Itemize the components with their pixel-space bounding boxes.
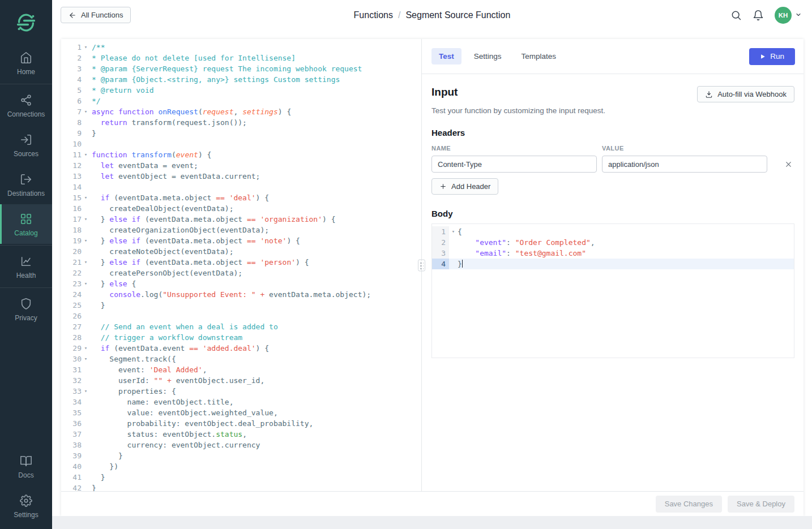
code-line[interactable]: 23▾ } else { bbox=[61, 278, 421, 289]
line-number[interactable]: 3 bbox=[61, 63, 82, 74]
code-line[interactable]: 33▾ properties: { bbox=[61, 386, 421, 397]
line-number[interactable]: 13 bbox=[61, 171, 82, 182]
code-text[interactable]: return transform(request.json()); bbox=[90, 117, 247, 128]
all-functions-button[interactable]: All Functions bbox=[61, 7, 131, 23]
code-text[interactable]: event: 'Deal Added', bbox=[90, 364, 207, 375]
code-line[interactable]: 38 currency: eventObject.currency bbox=[61, 440, 421, 450]
code-editor[interactable]: 1▾/**2* Please do not delete [used for I… bbox=[61, 39, 422, 491]
sidebar-item-docs[interactable]: Docs bbox=[0, 446, 52, 486]
code-text[interactable]: } else if (eventData.meta.object == 'not… bbox=[90, 235, 300, 246]
line-number[interactable]: 2 bbox=[432, 237, 449, 248]
code-line[interactable]: 15▾ if (eventData.meta.object == 'deal')… bbox=[61, 192, 421, 203]
code-text[interactable]: userId: "" + eventObject.user_id, bbox=[90, 375, 264, 386]
save-deploy-button[interactable]: Save & Deploy bbox=[728, 496, 794, 513]
code-line[interactable]: 3 "email": "test@gmail.com" bbox=[432, 248, 794, 259]
code-text[interactable]: * @param {ServerRequest} request The inc… bbox=[90, 63, 362, 74]
code-line[interactable]: 8 return transform(request.json()); bbox=[61, 117, 421, 128]
line-number[interactable]: 40 bbox=[61, 461, 82, 472]
code-line[interactable]: 1▾/** bbox=[61, 42, 421, 53]
line-number[interactable]: 22 bbox=[61, 268, 82, 278]
line-number[interactable]: 1 bbox=[61, 42, 82, 53]
chevron-down-icon[interactable] bbox=[795, 10, 802, 20]
line-number[interactable]: 10 bbox=[61, 139, 82, 149]
code-line[interactable]: 31 event: 'Deal Added', bbox=[61, 364, 421, 375]
code-text[interactable]: let eventData = event; bbox=[90, 160, 198, 171]
code-text[interactable]: createPersonObject(eventData); bbox=[90, 268, 242, 278]
code-line[interactable]: 39 } bbox=[61, 450, 421, 461]
code-line[interactable]: 30▾ Segment.track({ bbox=[61, 354, 421, 364]
line-number[interactable]: 34 bbox=[61, 397, 82, 407]
line-number[interactable]: 16 bbox=[61, 203, 82, 214]
code-text[interactable]: createDealObject(eventData); bbox=[90, 203, 233, 214]
code-text[interactable]: } bbox=[458, 259, 463, 269]
code-text[interactable]: Segment.track({ bbox=[90, 354, 176, 364]
fold-toggle-icon[interactable]: ▾ bbox=[82, 192, 90, 203]
fold-toggle-icon[interactable]: ▾ bbox=[82, 278, 90, 289]
line-number[interactable]: 21 bbox=[61, 257, 82, 268]
fold-toggle-icon[interactable]: ▾ bbox=[449, 226, 458, 237]
sidebar-item-connections[interactable]: Connections bbox=[0, 85, 52, 125]
code-text[interactable]: "event": "Order Completed", bbox=[458, 237, 595, 248]
code-text[interactable]: } bbox=[90, 472, 105, 483]
code-line[interactable]: 41 } bbox=[61, 472, 421, 483]
fold-toggle-icon[interactable]: ▾ bbox=[82, 42, 90, 53]
line-number[interactable]: 29 bbox=[61, 343, 82, 354]
autofill-webhook-button[interactable]: Auto-fill via Webhook bbox=[697, 86, 794, 102]
line-number[interactable]: 8 bbox=[61, 117, 82, 128]
header-name-input[interactable] bbox=[431, 156, 597, 173]
code-text[interactable]: value: eventObject.weighted_value, bbox=[90, 407, 278, 418]
code-text[interactable]: if (eventData.event == 'added.deal') { bbox=[90, 343, 269, 354]
code-line[interactable]: 42} bbox=[61, 483, 421, 491]
code-text[interactable]: createNoteObject(eventData); bbox=[90, 246, 233, 257]
header-value-input[interactable] bbox=[602, 156, 767, 173]
code-text[interactable]: } else if (eventData.meta.object == 'per… bbox=[90, 257, 309, 268]
code-line[interactable]: 16 createDealObject(eventData); bbox=[61, 203, 421, 214]
fold-toggle-icon[interactable]: ▾ bbox=[82, 214, 90, 225]
code-line[interactable]: 19▾ } else if (eventData.meta.object == … bbox=[61, 235, 421, 246]
code-line[interactable]: 22 createPersonObject(eventData); bbox=[61, 268, 421, 278]
line-number[interactable]: 7 bbox=[61, 106, 82, 117]
body-editor[interactable]: 1▾{2 "event": "Order Completed",3 "email… bbox=[431, 223, 794, 358]
code-line[interactable]: 35 value: eventObject.weighted_value, bbox=[61, 407, 421, 418]
code-line[interactable]: 4} bbox=[432, 259, 794, 269]
code-text[interactable]: * @return void bbox=[90, 85, 154, 96]
code-text[interactable]: } else if (eventData.meta.object == 'org… bbox=[90, 214, 336, 225]
line-number[interactable]: 19 bbox=[61, 235, 82, 246]
line-number[interactable]: 32 bbox=[61, 375, 82, 386]
code-text[interactable]: * @param {Object.<string, any>} settings… bbox=[90, 74, 340, 85]
code-text[interactable]: } bbox=[90, 483, 96, 491]
code-line[interactable]: 11▾function transform(event) { bbox=[61, 149, 421, 160]
sidebar-item-privacy[interactable]: Privacy bbox=[0, 289, 52, 329]
code-line[interactable]: 2* Please do not delete [used for Intell… bbox=[61, 53, 421, 63]
code-text[interactable]: probability: eventObject.deal_probabilit… bbox=[90, 418, 313, 429]
code-line[interactable]: 36 probability: eventObject.deal_probabi… bbox=[61, 418, 421, 429]
line-number[interactable]: 3 bbox=[432, 248, 449, 259]
line-number[interactable]: 23 bbox=[61, 278, 82, 289]
segment-logo[interactable] bbox=[0, 0, 52, 43]
code-line[interactable]: 17▾ } else if (eventData.meta.object == … bbox=[61, 214, 421, 225]
add-header-button[interactable]: Add Header bbox=[431, 178, 498, 195]
line-number[interactable]: 30 bbox=[61, 354, 82, 364]
run-button[interactable]: Run bbox=[749, 48, 795, 65]
sidebar-item-sources[interactable]: Sources bbox=[0, 125, 52, 165]
line-number[interactable]: 18 bbox=[61, 225, 82, 235]
fold-toggle-icon[interactable]: ▾ bbox=[82, 257, 90, 268]
line-number[interactable]: 15 bbox=[61, 192, 82, 203]
code-line[interactable]: 12 let eventData = event; bbox=[61, 160, 421, 171]
line-number[interactable]: 2 bbox=[61, 53, 82, 63]
code-line[interactable]: 14 bbox=[61, 182, 421, 192]
line-number[interactable]: 17 bbox=[61, 214, 82, 225]
line-number[interactable]: 24 bbox=[61, 289, 82, 300]
code-line[interactable]: 4* @param {Object.<string, any>} setting… bbox=[61, 74, 421, 85]
line-number[interactable]: 1 bbox=[432, 226, 449, 237]
code-text[interactable]: /** bbox=[90, 42, 105, 53]
tab-settings[interactable]: Settings bbox=[467, 48, 509, 64]
line-number[interactable]: 4 bbox=[432, 259, 449, 269]
code-line[interactable]: 29▾ if (eventData.event == 'added.deal')… bbox=[61, 343, 421, 354]
line-number[interactable]: 14 bbox=[61, 182, 82, 192]
code-line[interactable]: 7▾async function onRequest(request, sett… bbox=[61, 106, 421, 117]
code-line[interactable]: 9} bbox=[61, 128, 421, 139]
code-line[interactable]: 3* @param {ServerRequest} request The in… bbox=[61, 63, 421, 74]
line-number[interactable]: 28 bbox=[61, 332, 82, 343]
code-line[interactable]: 26 bbox=[61, 311, 421, 321]
